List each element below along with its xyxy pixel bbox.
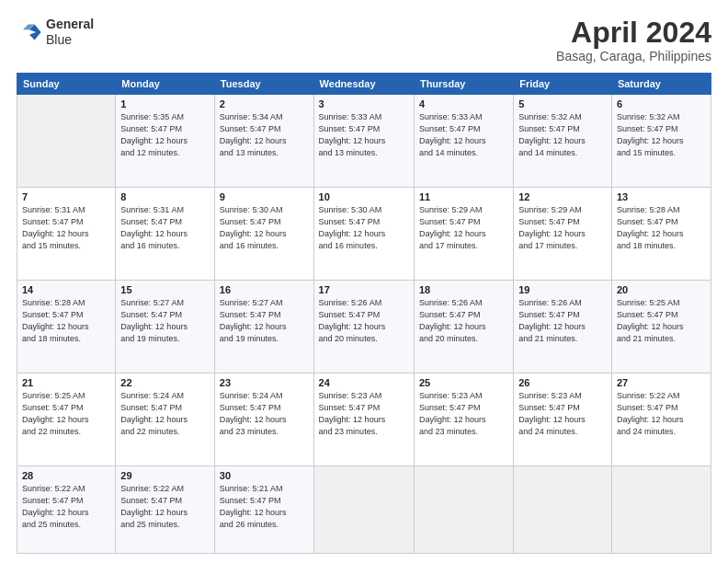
calendar-cell: 4Sunrise: 5:33 AMSunset: 5:47 PMDaylight… <box>414 95 513 188</box>
calendar-body: 1Sunrise: 5:35 AMSunset: 5:47 PMDaylight… <box>17 95 711 554</box>
calendar-cell: 29Sunrise: 5:22 AMSunset: 5:47 PMDayligh… <box>116 466 215 554</box>
calendar-cell: 11Sunrise: 5:29 AMSunset: 5:47 PMDayligh… <box>414 188 513 281</box>
day-number: 14 <box>22 284 110 295</box>
day-number: 7 <box>22 191 110 202</box>
calendar-cell: 12Sunrise: 5:29 AMSunset: 5:47 PMDayligh… <box>514 188 612 281</box>
day-info: Sunrise: 5:33 AMSunset: 5:47 PMDaylight:… <box>319 111 409 159</box>
day-info: Sunrise: 5:32 AMSunset: 5:47 PMDaylight:… <box>617 111 706 159</box>
logo: General Blue <box>17 17 94 48</box>
weekday-row: SundayMondayTuesdayWednesdayThursdayFrid… <box>17 74 711 95</box>
weekday-header-saturday: Saturday <box>611 74 711 95</box>
calendar-cell: 14Sunrise: 5:28 AMSunset: 5:47 PMDayligh… <box>17 281 116 373</box>
calendar-cell: 24Sunrise: 5:23 AMSunset: 5:47 PMDayligh… <box>313 373 414 466</box>
day-number: 20 <box>617 284 706 295</box>
day-number: 30 <box>220 470 309 481</box>
day-number: 1 <box>120 98 210 109</box>
day-info: Sunrise: 5:23 AMSunset: 5:47 PMDaylight:… <box>518 390 607 438</box>
weekday-header-sunday: Sunday <box>17 74 116 95</box>
weekday-header-wednesday: Wednesday <box>313 74 414 95</box>
calendar-cell <box>611 466 711 554</box>
day-info: Sunrise: 5:24 AMSunset: 5:47 PMDaylight:… <box>120 390 210 438</box>
calendar-cell <box>414 466 513 554</box>
calendar-cell: 26Sunrise: 5:23 AMSunset: 5:47 PMDayligh… <box>514 373 612 466</box>
day-number: 21 <box>22 377 110 388</box>
day-number: 27 <box>617 377 706 388</box>
day-number: 11 <box>419 191 508 202</box>
calendar-cell: 27Sunrise: 5:22 AMSunset: 5:47 PMDayligh… <box>611 373 711 466</box>
weekday-header-friday: Friday <box>514 74 612 95</box>
day-number: 23 <box>220 377 309 388</box>
day-number: 10 <box>319 191 409 202</box>
day-number: 22 <box>120 377 210 388</box>
day-info: Sunrise: 5:31 AMSunset: 5:47 PMDaylight:… <box>120 204 210 252</box>
calendar-cell: 8Sunrise: 5:31 AMSunset: 5:47 PMDaylight… <box>116 188 215 281</box>
day-info: Sunrise: 5:23 AMSunset: 5:47 PMDaylight:… <box>419 390 508 438</box>
day-info: Sunrise: 5:26 AMSunset: 5:47 PMDaylight:… <box>518 297 607 345</box>
day-number: 19 <box>518 284 607 295</box>
calendar-cell: 30Sunrise: 5:21 AMSunset: 5:47 PMDayligh… <box>214 466 313 554</box>
weekday-header-tuesday: Tuesday <box>214 74 313 95</box>
day-number: 13 <box>617 191 706 202</box>
calendar-header: SundayMondayTuesdayWednesdayThursdayFrid… <box>17 74 711 95</box>
calendar-cell: 19Sunrise: 5:26 AMSunset: 5:47 PMDayligh… <box>514 281 612 373</box>
day-info: Sunrise: 5:26 AMSunset: 5:47 PMDaylight:… <box>419 297 508 345</box>
calendar-cell: 7Sunrise: 5:31 AMSunset: 5:47 PMDaylight… <box>17 188 116 281</box>
day-number: 28 <box>22 470 110 481</box>
calendar-cell: 2Sunrise: 5:34 AMSunset: 5:47 PMDaylight… <box>214 95 313 188</box>
calendar-cell: 22Sunrise: 5:24 AMSunset: 5:47 PMDayligh… <box>116 373 215 466</box>
calendar-cell: 23Sunrise: 5:24 AMSunset: 5:47 PMDayligh… <box>214 373 313 466</box>
title-area: April 2024 Basag, Caraga, Philippines <box>556 17 711 63</box>
calendar-cell <box>514 466 612 554</box>
day-info: Sunrise: 5:22 AMSunset: 5:47 PMDaylight:… <box>120 483 210 531</box>
day-number: 16 <box>220 284 309 295</box>
day-number: 4 <box>419 98 508 109</box>
calendar-cell: 13Sunrise: 5:28 AMSunset: 5:47 PMDayligh… <box>611 188 711 281</box>
month-title: April 2024 <box>556 17 711 49</box>
day-info: Sunrise: 5:25 AMSunset: 5:47 PMDaylight:… <box>617 297 706 345</box>
location: Basag, Caraga, Philippines <box>556 49 711 63</box>
calendar-cell: 25Sunrise: 5:23 AMSunset: 5:47 PMDayligh… <box>414 373 513 466</box>
day-info: Sunrise: 5:24 AMSunset: 5:47 PMDaylight:… <box>220 390 309 438</box>
logo-general: General <box>46 17 94 32</box>
header: General Blue April 2024 Basag, Caraga, P… <box>17 17 711 63</box>
day-info: Sunrise: 5:32 AMSunset: 5:47 PMDaylight:… <box>518 111 607 159</box>
calendar-cell: 9Sunrise: 5:30 AMSunset: 5:47 PMDaylight… <box>214 188 313 281</box>
week-row-3: 21Sunrise: 5:25 AMSunset: 5:47 PMDayligh… <box>17 373 711 466</box>
day-number: 17 <box>319 284 409 295</box>
calendar-cell: 15Sunrise: 5:27 AMSunset: 5:47 PMDayligh… <box>116 281 215 373</box>
day-number: 9 <box>220 191 309 202</box>
day-info: Sunrise: 5:31 AMSunset: 5:47 PMDaylight:… <box>22 204 110 252</box>
day-info: Sunrise: 5:26 AMSunset: 5:47 PMDaylight:… <box>319 297 409 345</box>
day-number: 12 <box>518 191 607 202</box>
day-info: Sunrise: 5:35 AMSunset: 5:47 PMDaylight:… <box>120 111 210 159</box>
day-number: 25 <box>419 377 508 388</box>
calendar-cell: 5Sunrise: 5:32 AMSunset: 5:47 PMDaylight… <box>514 95 612 188</box>
day-number: 3 <box>319 98 409 109</box>
day-number: 5 <box>518 98 607 109</box>
weekday-header-thursday: Thursday <box>414 74 513 95</box>
day-info: Sunrise: 5:33 AMSunset: 5:47 PMDaylight:… <box>419 111 508 159</box>
calendar-cell <box>313 466 414 554</box>
day-info: Sunrise: 5:34 AMSunset: 5:47 PMDaylight:… <box>220 111 309 159</box>
logo-blue: Blue <box>46 32 94 48</box>
day-number: 24 <box>319 377 409 388</box>
day-info: Sunrise: 5:23 AMSunset: 5:47 PMDaylight:… <box>319 390 409 438</box>
page: General Blue April 2024 Basag, Caraga, P… <box>0 0 728 563</box>
weekday-header-monday: Monday <box>116 74 215 95</box>
day-info: Sunrise: 5:21 AMSunset: 5:47 PMDaylight:… <box>220 483 309 531</box>
calendar-cell: 10Sunrise: 5:30 AMSunset: 5:47 PMDayligh… <box>313 188 414 281</box>
week-row-4: 28Sunrise: 5:22 AMSunset: 5:47 PMDayligh… <box>17 466 711 554</box>
calendar-cell <box>17 95 116 188</box>
day-info: Sunrise: 5:28 AMSunset: 5:47 PMDaylight:… <box>22 297 110 345</box>
day-number: 26 <box>518 377 607 388</box>
logo-icon <box>17 19 42 45</box>
day-number: 18 <box>419 284 508 295</box>
week-row-1: 7Sunrise: 5:31 AMSunset: 5:47 PMDaylight… <box>17 188 711 281</box>
day-info: Sunrise: 5:27 AMSunset: 5:47 PMDaylight:… <box>120 297 210 345</box>
logo-text: General Blue <box>46 17 94 48</box>
calendar-cell: 20Sunrise: 5:25 AMSunset: 5:47 PMDayligh… <box>611 281 711 373</box>
day-number: 8 <box>120 191 210 202</box>
day-info: Sunrise: 5:28 AMSunset: 5:47 PMDaylight:… <box>617 204 706 252</box>
week-row-0: 1Sunrise: 5:35 AMSunset: 5:47 PMDaylight… <box>17 95 711 188</box>
day-info: Sunrise: 5:22 AMSunset: 5:47 PMDaylight:… <box>22 483 110 531</box>
